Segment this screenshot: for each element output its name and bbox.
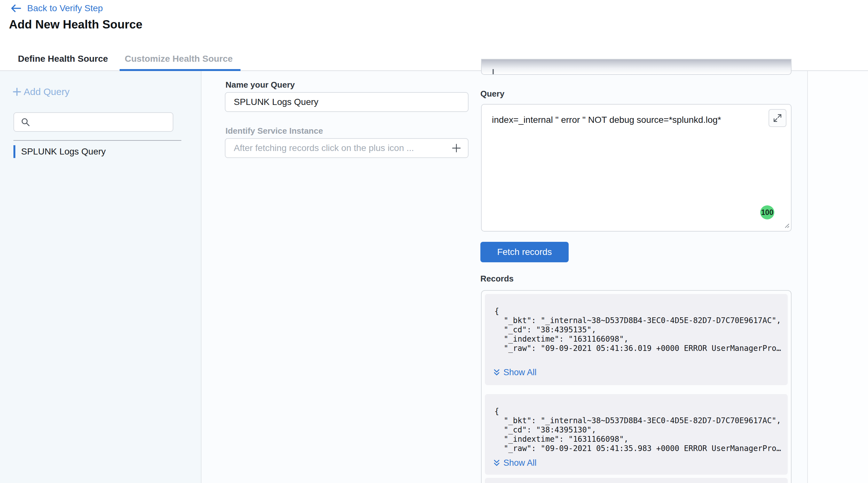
record-card: { "_bkt": "_internal~38~D537D8B4-3EC0-4D… [485,394,788,475]
clipped-input-above[interactable] [481,59,792,75]
query-label: Query [480,89,504,99]
query-text[interactable]: index=_internal " error " NOT debug sour… [492,115,767,125]
records-container: { "_bkt": "_internal~38~D537D8B4-3EC0-4D… [481,290,792,483]
record-count-badge: 100 [760,205,774,219]
query-editor[interactable]: index=_internal " error " NOT debug sour… [481,104,792,232]
show-all-label[interactable]: Show All [503,367,537,378]
content-area: Add Query SPLUNK Logs Query Name your Qu… [0,71,868,483]
name-query-label: Name your Query [225,80,295,90]
record-json: { "_bkt": "_internal~38~D537D8B4-3EC0-4D… [494,407,781,453]
show-all-label[interactable]: Show All [503,458,537,468]
right-side-panel [807,71,868,483]
query-search-box [13,112,173,132]
back-link-label[interactable]: Back to Verify Step [27,3,103,13]
add-query-label[interactable]: Add Query [24,86,69,97]
double-chevron-down-icon[interactable] [493,459,500,467]
show-all-link[interactable]: Show All [493,367,537,378]
tab-customize-health-source[interactable]: Customize Health Source [125,47,233,70]
service-instance-field [225,138,469,158]
selected-indicator-bar [13,145,16,158]
double-chevron-down-icon[interactable] [493,368,500,377]
expand-query-button[interactable] [769,109,786,127]
query-search-input[interactable] [31,113,173,131]
back-to-verify-step-link[interactable]: Back to Verify Step [10,3,103,13]
add-query-button[interactable]: Add Query [12,86,69,97]
fetch-records-button[interactable]: Fetch records [480,242,569,262]
back-arrow-icon[interactable] [10,3,22,13]
plus-icon[interactable] [12,87,22,97]
query-list-item-selected[interactable]: SPLUNK Logs Query [13,145,180,158]
service-instance-input[interactable] [225,138,469,158]
record-json: { "_bkt": "_internal~38~D537D8B4-3EC0-4D… [494,307,781,353]
tab-define-health-source[interactable]: Define Health Source [18,47,108,70]
query-list-item-label[interactable]: SPLUNK Logs Query [21,147,106,157]
page-header: Back to Verify Step Add New Health Sourc… [0,0,868,47]
add-service-instance-plus-icon[interactable] [451,142,462,155]
search-icon [21,117,31,127]
expand-icon[interactable] [773,114,782,122]
query-name-input[interactable] [225,92,469,112]
records-label: Records [480,274,514,284]
service-instance-label: Identify Service Instance [225,126,323,136]
record-card-partial [485,478,788,483]
add-health-source-page: Back to Verify Step Add New Health Sourc… [0,0,868,483]
record-card: { "_bkt": "_internal~38~D537D8B4-3EC0-4D… [485,294,788,385]
page-title: Add New Health Source [9,18,142,31]
show-all-link[interactable]: Show All [493,458,537,468]
textarea-resize-handle[interactable] [783,222,789,230]
sidebar-divider [13,140,181,141]
clipped-text-fragment [493,69,494,74]
query-sidebar: Add Query SPLUNK Logs Query [0,71,202,483]
